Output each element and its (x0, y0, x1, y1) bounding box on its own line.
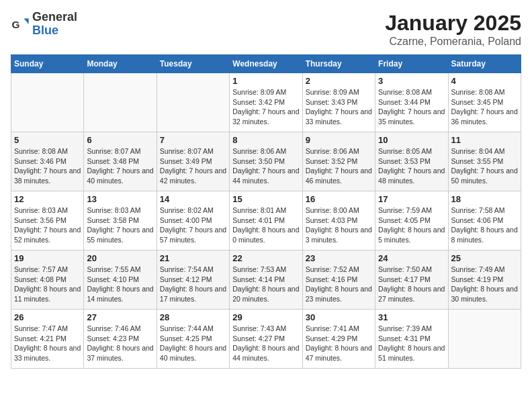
day-number: 23 (306, 253, 372, 263)
day-number: 19 (14, 253, 81, 263)
calendar-cell: 18Sunrise: 7:58 AM Sunset: 4:06 PM Dayli… (448, 191, 521, 250)
day-info: Sunrise: 7:43 AM Sunset: 4:27 PM Dayligh… (232, 324, 299, 363)
weekday-header-row: SundayMondayTuesdayWednesdayThursdayFrid… (11, 55, 521, 73)
page-header: G General Blue January 2025 Czarne, Pome… (11, 11, 521, 48)
day-info: Sunrise: 8:03 AM Sunset: 3:58 PM Dayligh… (87, 205, 153, 245)
calendar-cell: 17Sunrise: 7:59 AM Sunset: 4:05 PM Dayli… (375, 191, 448, 250)
day-info: Sunrise: 8:08 AM Sunset: 3:46 PM Dayligh… (14, 146, 81, 186)
calendar-cell: 15Sunrise: 8:01 AM Sunset: 4:01 PM Dayli… (230, 191, 302, 250)
day-number: 5 (14, 135, 81, 145)
calendar-cell: 3Sunrise: 8:08 AM Sunset: 3:44 PM Daylig… (375, 73, 448, 132)
svg-text:G: G (11, 18, 19, 30)
day-number: 30 (306, 312, 372, 322)
day-number: 18 (451, 194, 518, 204)
day-number: 12 (14, 194, 81, 204)
day-info: Sunrise: 8:05 AM Sunset: 3:53 PM Dayligh… (378, 146, 445, 186)
day-number: 8 (232, 135, 299, 145)
calendar-cell: 31Sunrise: 7:39 AM Sunset: 4:31 PM Dayli… (375, 310, 448, 369)
calendar-cell: 1Sunrise: 8:09 AM Sunset: 3:42 PM Daylig… (230, 73, 302, 132)
day-info: Sunrise: 7:41 AM Sunset: 4:29 PM Dayligh… (306, 324, 372, 363)
calendar-cell: 14Sunrise: 8:02 AM Sunset: 4:00 PM Dayli… (157, 191, 229, 250)
calendar-cell: 24Sunrise: 7:50 AM Sunset: 4:17 PM Dayli… (375, 250, 448, 310)
calendar-week-row: 26Sunrise: 7:47 AM Sunset: 4:21 PM Dayli… (11, 310, 521, 369)
day-info: Sunrise: 7:46 AM Sunset: 4:23 PM Dayligh… (87, 324, 153, 363)
weekday-header-cell: Thursday (302, 55, 375, 73)
day-number: 2 (306, 76, 372, 86)
day-number: 14 (160, 194, 226, 204)
calendar-week-row: 19Sunrise: 7:57 AM Sunset: 4:08 PM Dayli… (11, 250, 521, 310)
day-number: 26 (14, 312, 81, 322)
day-number: 25 (451, 253, 518, 263)
calendar-cell: 19Sunrise: 7:57 AM Sunset: 4:08 PM Dayli… (11, 250, 84, 310)
calendar-cell: 7Sunrise: 8:07 AM Sunset: 3:49 PM Daylig… (157, 132, 229, 191)
day-number: 1 (232, 76, 299, 86)
day-info: Sunrise: 7:55 AM Sunset: 4:10 PM Dayligh… (87, 265, 153, 304)
day-number: 29 (232, 312, 299, 322)
calendar-cell: 21Sunrise: 7:54 AM Sunset: 4:12 PM Dayli… (157, 250, 229, 310)
day-number: 15 (232, 194, 299, 204)
calendar-cell: 16Sunrise: 8:00 AM Sunset: 4:03 PM Dayli… (302, 191, 375, 250)
calendar-cell (448, 310, 521, 369)
day-info: Sunrise: 7:49 AM Sunset: 4:19 PM Dayligh… (451, 265, 518, 304)
calendar-cell: 28Sunrise: 7:44 AM Sunset: 4:25 PM Dayli… (157, 310, 229, 369)
calendar-cell: 26Sunrise: 7:47 AM Sunset: 4:21 PM Dayli… (11, 310, 84, 369)
calendar-cell: 11Sunrise: 8:04 AM Sunset: 3:55 PM Dayli… (448, 132, 521, 191)
calendar-cell: 29Sunrise: 7:43 AM Sunset: 4:27 PM Dayli… (230, 310, 302, 369)
day-number: 6 (87, 135, 153, 145)
day-info: Sunrise: 7:44 AM Sunset: 4:25 PM Dayligh… (160, 324, 226, 363)
calendar-cell: 4Sunrise: 8:08 AM Sunset: 3:45 PM Daylig… (448, 73, 521, 132)
calendar-subtitle: Czarne, Pomerania, Poland (385, 36, 521, 48)
day-info: Sunrise: 7:57 AM Sunset: 4:08 PM Dayligh… (14, 265, 81, 304)
day-number: 13 (87, 194, 153, 204)
day-info: Sunrise: 8:07 AM Sunset: 3:49 PM Dayligh… (160, 146, 226, 186)
weekday-header-cell: Sunday (11, 55, 84, 73)
calendar-cell: 23Sunrise: 7:52 AM Sunset: 4:16 PM Dayli… (302, 250, 375, 310)
calendar-cell: 20Sunrise: 7:55 AM Sunset: 4:10 PM Dayli… (84, 250, 157, 310)
calendar-week-row: 5Sunrise: 8:08 AM Sunset: 3:46 PM Daylig… (11, 132, 521, 191)
day-info: Sunrise: 8:06 AM Sunset: 3:50 PM Dayligh… (232, 146, 299, 186)
day-number: 22 (232, 253, 299, 263)
day-number: 7 (160, 135, 226, 145)
calendar-cell (157, 73, 229, 132)
day-number: 4 (451, 76, 518, 86)
calendar-cell: 22Sunrise: 7:53 AM Sunset: 4:14 PM Dayli… (230, 250, 302, 310)
day-info: Sunrise: 7:59 AM Sunset: 4:05 PM Dayligh… (378, 205, 445, 245)
calendar-cell: 2Sunrise: 8:09 AM Sunset: 3:43 PM Daylig… (302, 73, 375, 132)
day-info: Sunrise: 8:01 AM Sunset: 4:01 PM Dayligh… (232, 205, 299, 245)
day-info: Sunrise: 8:06 AM Sunset: 3:52 PM Dayligh… (306, 146, 372, 186)
day-info: Sunrise: 7:53 AM Sunset: 4:14 PM Dayligh… (232, 265, 299, 304)
calendar-cell: 13Sunrise: 8:03 AM Sunset: 3:58 PM Dayli… (84, 191, 157, 250)
day-number: 10 (378, 135, 445, 145)
calendar-cell (84, 73, 157, 132)
weekday-header-cell: Tuesday (157, 55, 229, 73)
calendar-cell: 27Sunrise: 7:46 AM Sunset: 4:23 PM Dayli… (84, 310, 157, 369)
day-number: 9 (306, 135, 372, 145)
calendar-week-row: 12Sunrise: 8:03 AM Sunset: 3:56 PM Dayli… (11, 191, 521, 250)
calendar-cell (11, 73, 84, 132)
weekday-header-cell: Wednesday (230, 55, 302, 73)
day-info: Sunrise: 8:08 AM Sunset: 3:44 PM Dayligh… (378, 87, 445, 127)
day-info: Sunrise: 7:47 AM Sunset: 4:21 PM Dayligh… (14, 324, 81, 363)
calendar-table: SundayMondayTuesdayWednesdayThursdayFrid… (11, 54, 521, 369)
weekday-header-cell: Saturday (448, 55, 521, 73)
logo-icon: G (11, 15, 30, 34)
day-number: 3 (378, 76, 445, 86)
weekday-header-cell: Monday (84, 55, 157, 73)
calendar-cell: 6Sunrise: 8:07 AM Sunset: 3:48 PM Daylig… (84, 132, 157, 191)
day-info: Sunrise: 8:03 AM Sunset: 3:56 PM Dayligh… (14, 205, 81, 245)
day-number: 27 (87, 312, 153, 322)
day-number: 31 (378, 312, 445, 322)
day-info: Sunrise: 7:52 AM Sunset: 4:16 PM Dayligh… (306, 265, 372, 304)
day-info: Sunrise: 8:04 AM Sunset: 3:55 PM Dayligh… (451, 146, 518, 186)
calendar-week-row: 1Sunrise: 8:09 AM Sunset: 3:42 PM Daylig… (11, 73, 521, 132)
logo-general-text: General (32, 11, 77, 24)
day-number: 17 (378, 194, 445, 204)
svg-marker-1 (24, 18, 29, 24)
day-number: 16 (306, 194, 372, 204)
calendar-cell: 10Sunrise: 8:05 AM Sunset: 3:53 PM Dayli… (375, 132, 448, 191)
day-info: Sunrise: 8:08 AM Sunset: 3:45 PM Dayligh… (451, 87, 518, 127)
calendar-cell: 12Sunrise: 8:03 AM Sunset: 3:56 PM Dayli… (11, 191, 84, 250)
day-info: Sunrise: 7:39 AM Sunset: 4:31 PM Dayligh… (378, 324, 445, 363)
day-info: Sunrise: 7:50 AM Sunset: 4:17 PM Dayligh… (378, 265, 445, 304)
calendar-cell: 9Sunrise: 8:06 AM Sunset: 3:52 PM Daylig… (302, 132, 375, 191)
